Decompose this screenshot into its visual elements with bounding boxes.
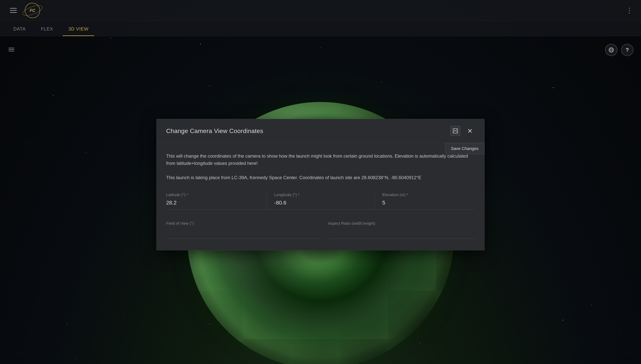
top-navigation-bar: FC ⋮: [0, 0, 641, 21]
change-camera-modal: Change Camera View Coordinates ✕ Save Ch…: [156, 119, 485, 250]
svg-point-30: [19, 352, 19, 353]
top-right-icons: ?: [605, 44, 633, 56]
elevation-value[interactable]: 5: [382, 200, 475, 206]
close-icon: ✕: [467, 127, 473, 135]
svg-point-31: [76, 358, 77, 359]
svg-point-37: [200, 44, 201, 44]
save-icon: [453, 128, 458, 134]
aspect-ratio-field: Aspect Ratio (width:height): [328, 221, 475, 239]
svg-point-16: [305, 74, 305, 74]
field-of-view-label: Field of View (°): [166, 221, 313, 226]
svg-point-2: [110, 38, 111, 38]
latitude-field: Latitude (°) * 28.2: [166, 193, 266, 210]
longitude-value[interactable]: -80.6: [274, 200, 367, 206]
field-of-view-field: Field of View (°): [166, 221, 320, 239]
svg-point-13: [53, 95, 54, 96]
svg-point-29: [562, 320, 563, 320]
svg-point-24: [9, 305, 10, 305]
modal-save-icon-button[interactable]: [450, 126, 460, 136]
svg-point-19: [553, 87, 554, 88]
longitude-field: Longitude (°) * -80.6: [274, 193, 375, 210]
more-options-button[interactable]: ⋮: [626, 6, 633, 14]
modal-title: Change Camera View Coordinates: [166, 127, 263, 134]
svg-point-27: [591, 305, 592, 305]
modal-close-button[interactable]: ✕: [465, 126, 475, 136]
tab-3dview[interactable]: 3D VIEW: [63, 22, 94, 36]
svg-point-21: [29, 143, 29, 143]
svg-point-18: [477, 78, 477, 78]
hamburger-line-1: [10, 8, 17, 8]
camera-params-form-row: Field of View (°) Aspect Ratio (width:he…: [166, 221, 475, 239]
svg-point-36: [458, 339, 458, 340]
view-menu-line-1: [9, 48, 14, 48]
svg-point-17: [381, 82, 382, 82]
svg-point-12: [11, 76, 12, 76]
modal-header-actions: ✕: [450, 126, 475, 136]
hamburger-line-3: [10, 12, 17, 13]
view-menu-button[interactable]: [6, 44, 17, 55]
svg-point-15: [209, 86, 210, 86]
svg-point-26: [124, 314, 124, 315]
tab-data[interactable]: DATA: [8, 22, 31, 36]
svg-point-23: [152, 137, 153, 138]
field-of-view-value[interactable]: [166, 228, 313, 235]
logo-circle: FC: [25, 3, 40, 18]
help-button[interactable]: ?: [621, 44, 633, 56]
modal-launch-info: This launch is taking place from LC-39A,…: [166, 174, 475, 181]
latitude-label: Latitude (°) *: [166, 193, 259, 197]
coordinates-form-row: Latitude (°) * 28.2 Longitude (°) * -80.…: [166, 193, 475, 210]
svg-point-32: [629, 352, 630, 353]
tab-flex[interactable]: FLEX: [35, 22, 59, 36]
save-changes-button[interactable]: Save Changes: [445, 143, 484, 154]
latitude-value[interactable]: 28.2: [166, 200, 259, 206]
hamburger-line-2: [10, 10, 17, 11]
aspect-ratio-value[interactable]: [328, 228, 475, 235]
help-icon: ?: [625, 47, 629, 53]
elevation-label: Elevation (m) *: [382, 193, 475, 197]
app-logo: FC: [25, 3, 40, 18]
svg-point-25: [67, 324, 67, 324]
view-menu-line-3: [9, 51, 14, 51]
hamburger-menu-button[interactable]: [8, 5, 19, 16]
svg-point-22: [86, 152, 86, 153]
svg-rect-46: [454, 129, 457, 130]
view-menu-line-2: [9, 49, 14, 50]
view-controls: [6, 44, 17, 55]
longitude-label: Longitude (°) *: [274, 193, 367, 197]
svg-point-14: [133, 72, 134, 72]
logo-orbit: [21, 3, 44, 18]
svg-point-39: [320, 48, 321, 48]
globe-button[interactable]: [605, 44, 617, 56]
svg-point-28: [620, 333, 620, 334]
aspect-ratio-label: Aspect Ratio (width:height): [328, 221, 475, 226]
modal-body: Save Changes This will change the coordi…: [157, 143, 484, 250]
modal-description: This will change the coordinates of the …: [166, 152, 475, 167]
elevation-field: Elevation (m) * 5: [382, 193, 475, 210]
globe-icon: [608, 47, 614, 53]
modal-header: Change Camera View Coordinates ✕: [157, 119, 484, 143]
svg-rect-47: [454, 131, 457, 133]
svg-point-20: [629, 74, 630, 74]
tab-bar: DATA FLEX 3D VIEW: [0, 21, 641, 36]
